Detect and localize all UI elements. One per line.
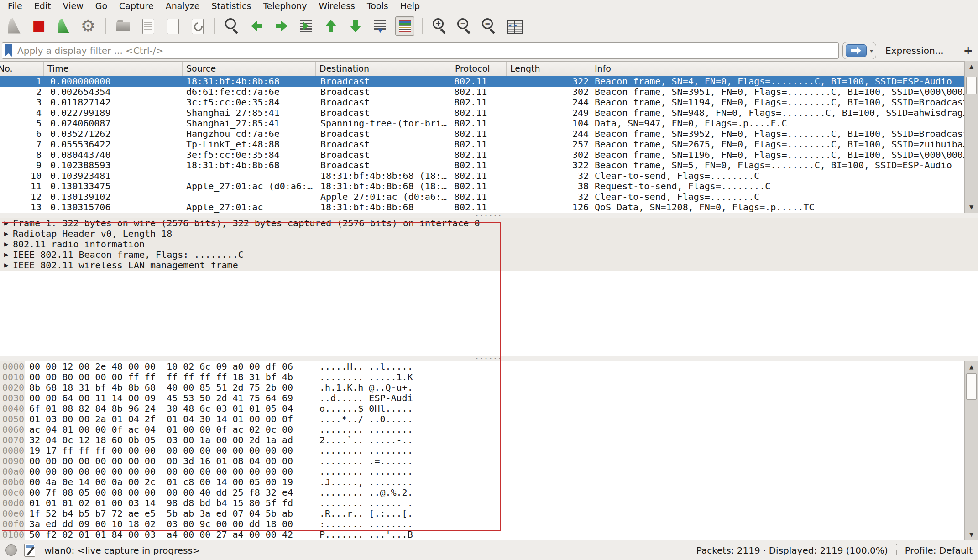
menu-go[interactable]: Go [89,0,113,12]
expander-icon[interactable]: ▶ [0,250,13,260]
column-header-protocol[interactable]: Protocol [451,62,507,76]
hex-row[interactable]: 008019 17 ff ff ff 00 00 00 00 00 00 00 … [0,445,964,456]
hex-row[interactable]: 0060ac 04 01 00 00 0f ac 04 01 00 00 0f … [0,424,964,435]
packet-row[interactable]: 120.130139102Apple_27:01:ac (d0:a6:…802.… [0,192,964,202]
expander-icon[interactable]: ▶ [0,239,13,250]
hex-offset: 0020 [0,382,25,393]
hex-row[interactable]: 009000 00 00 00 00 00 00 00 00 3d 16 01 … [0,456,964,466]
hex-row[interactable]: 007032 04 0c 12 18 60 0b 05 03 00 1a 00 … [0,435,964,445]
scroll-up-icon[interactable]: ▲ [965,362,978,372]
resize-columns-icon[interactable] [504,16,523,36]
add-filter-button[interactable]: + [963,44,973,57]
scrollbar-thumb[interactable] [966,77,977,94]
filter-history-caret-icon[interactable]: ▾ [870,47,873,54]
filter-bookmark-icon[interactable] [5,44,12,57]
start-capture-icon[interactable] [5,16,24,36]
hex-row[interactable]: 003000 00 64 00 11 14 00 09 45 53 50 2d … [0,393,964,403]
column-header-time[interactable]: Time [44,62,183,76]
hex-offset: 0100 [0,529,25,540]
packet-row[interactable]: 70.055536422Tp-LinkT_ef:48:88Broadcast80… [0,139,964,150]
menu-capture[interactable]: Capture [113,0,160,12]
auto-scroll-icon[interactable] [371,16,390,36]
colorize-packets-icon[interactable] [395,16,414,36]
hex-row[interactable]: 00a000 00 00 00 00 00 00 00 00 00 00 00 … [0,466,964,477]
scroll-down-icon[interactable]: ▼ [965,203,978,212]
hex-row[interactable]: 000000 00 12 00 2e 48 00 00 10 02 6c 09 … [0,361,964,372]
packet-row[interactable]: 100.10392348118:31:bf:4b:8b:68 (18:…802.… [0,171,964,181]
packet-row[interactable]: 60.035271262Hangzhou_cd:7a:6eBroadcast80… [0,129,964,139]
menu-telephony[interactable]: Telephony [257,0,313,12]
apply-filter-button[interactable] [846,44,867,57]
packet-row[interactable]: 10.00000000018:31:bf:4b:8b:68Broadcast80… [0,76,964,87]
stop-capture-icon[interactable]: ■ [29,16,48,36]
packet-row[interactable]: 80.0804437403e:f5:cc:0e:35:84Broadcast80… [0,150,964,160]
hex-row[interactable]: 005001 03 00 00 2a 01 04 2f 01 04 30 14 … [0,414,964,424]
menu-statistics[interactable]: Statistics [206,0,257,12]
packet-row[interactable]: 90.10238859318:31:bf:4b:8b:68Broadcast80… [0,160,964,171]
column-header-info[interactable]: Info [591,62,964,76]
menu-tools[interactable]: Tools [361,0,394,12]
packet-cell-destination: Broadcast [316,129,451,139]
menu-view[interactable]: View [57,0,89,12]
expression-button[interactable]: Expression... [885,45,944,56]
menu-help[interactable]: Help [394,0,426,12]
hex-row[interactable]: 00406f 01 08 82 84 8b 96 24 30 48 6c 03 … [0,403,964,414]
capture-comment-icon[interactable] [24,544,35,557]
expander-icon[interactable]: ▶ [0,260,13,271]
hex-row[interactable]: 00d001 01 01 02 01 00 03 14 98 d8 bd b4 … [0,498,964,508]
hex-row[interactable]: 001000 00 80 00 00 00 ff ff ff ff ff ff … [0,372,964,382]
expander-icon[interactable]: ▶ [0,218,13,229]
display-filter-input[interactable]: Apply a display filter ... <Ctrl-/> [2,42,839,59]
hex-row[interactable]: 00208b 68 18 31 bf 4b 8b 68 40 00 85 51 … [0,382,964,393]
hex-row[interactable]: 010050 f2 02 01 01 84 00 03 a4 00 00 27 … [0,529,964,540]
scroll-down-icon[interactable]: ▼ [965,530,978,539]
column-header-length[interactable]: Length [507,62,591,76]
hex-row[interactable]: 00c000 7f 08 05 00 08 00 00 00 00 40 dd … [0,487,964,498]
go-back-icon[interactable] [247,16,267,36]
find-packet-icon[interactable] [223,16,242,36]
capture-options-icon[interactable]: ⚙ [78,16,98,36]
detail-row[interactable]: ▶IEEE 802.11 wireless LAN management fra… [0,260,978,271]
scrollbar-thumb[interactable] [966,373,977,400]
open-file-icon[interactable] [114,16,133,36]
zoom-in-icon[interactable]: + [430,16,450,36]
packet-list-scrollbar[interactable]: ▲ ▼ [964,61,978,213]
save-file-icon[interactable] [138,16,157,36]
column-header-source[interactable]: Source [183,62,316,76]
hex-row[interactable]: 00f03a ed dd 09 00 10 18 02 03 00 9c 00 … [0,519,964,529]
menu-edit[interactable]: Edit [28,0,57,12]
packet-row[interactable]: 50.024060087Shanghai_27:85:41Spanning-tr… [0,118,964,129]
profile-selector[interactable]: Profile: Default [905,545,973,556]
pane-splitter[interactable] [0,356,978,361]
go-to-packet-icon[interactable] [297,16,316,36]
zoom-reset-icon[interactable]: = [480,16,499,36]
detail-row[interactable]: ▶IEEE 802.11 Beacon frame, Flags: ......… [0,250,978,260]
detail-row[interactable]: ▶802.11 radio information [0,239,978,250]
expander-icon[interactable]: ▶ [0,229,13,239]
detail-row[interactable]: ▶Frame 1: 322 bytes on wire (2576 bits),… [0,218,978,229]
menu-wireless[interactable]: Wireless [313,0,361,12]
packet-row[interactable]: 20.002654354d6:61:fe:cd:7a:6eBroadcast80… [0,87,964,97]
menu-analyze[interactable]: Analyze [160,0,206,12]
pane-splitter[interactable] [0,213,978,218]
go-last-packet-icon[interactable] [346,16,365,36]
go-forward-icon[interactable] [272,16,291,36]
packet-row[interactable]: 40.022799189Shanghai_27:85:41Broadcast80… [0,108,964,118]
restart-capture-icon[interactable] [54,16,73,36]
scroll-up-icon[interactable]: ▲ [965,62,978,71]
expert-info-icon[interactable] [5,544,17,556]
packet-row[interactable]: 30.0118271423c:f5:cc:0e:35:84Broadcast80… [0,97,964,108]
column-header-no[interactable]: No. [0,62,44,76]
hex-scrollbar[interactable]: ▲ ▼ [964,361,978,540]
reload-file-icon[interactable] [188,16,207,36]
close-file-icon[interactable]: × [163,16,182,36]
go-first-packet-icon[interactable] [321,16,340,36]
column-header-destination[interactable]: Destination [316,62,451,76]
zoom-out-icon[interactable]: − [455,16,474,36]
detail-row[interactable]: ▶Radiotap Header v0, Length 18 [0,229,978,239]
hex-row[interactable]: 00e01f 52 b4 b5 b7 72 ae e5 5b ab 3a ed … [0,508,964,519]
menu-file[interactable]: File [2,0,28,12]
packet-cell-destination: 18:31:bf:4b:8b:68 (18:… [316,181,451,192]
hex-row[interactable]: 00b000 4a 0e 14 00 0a 00 2c 01 c8 00 14 … [0,477,964,487]
packet-row[interactable]: 110.130133475Apple_27:01:ac (d0:a6:…18:3… [0,181,964,192]
